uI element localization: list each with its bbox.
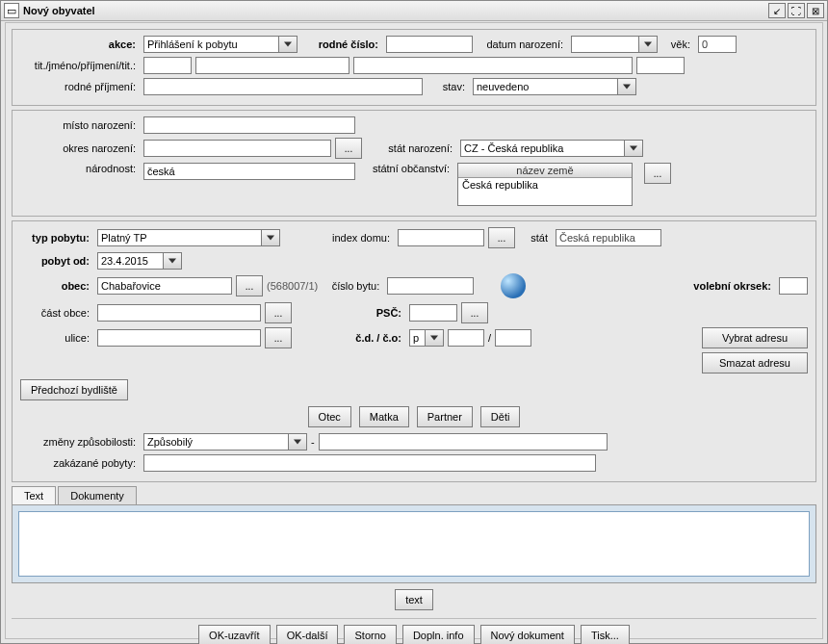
akce-combo[interactable] (143, 36, 298, 53)
po-input[interactable] (97, 252, 163, 270)
zz-input[interactable] (143, 433, 288, 451)
on-label: okres narození: (20, 142, 140, 154)
chevron-down-icon[interactable] (261, 229, 280, 246)
obec-lookup-button[interactable]: ... (236, 275, 263, 296)
rc-label: rodné číslo: (301, 39, 382, 50)
so-listbox[interactable]: název země Česká republika (457, 163, 633, 206)
ul-lookup-button[interactable]: ... (265, 327, 292, 348)
first-name-input[interactable] (195, 57, 349, 74)
cdco-type-combo[interactable] (409, 329, 444, 347)
minimize-button[interactable]: ↙ (768, 3, 786, 18)
matka-button[interactable]: Matka (359, 406, 409, 427)
text-area[interactable] (18, 511, 810, 577)
cb-input[interactable] (387, 277, 474, 295)
co-label: část obce: (20, 307, 93, 319)
zz-label: změny způsobilosti: (20, 436, 140, 448)
novy-dokument-button[interactable]: Nový dokument (480, 625, 575, 644)
id-lookup-button[interactable]: ... (488, 227, 515, 248)
po-label: pobyt od: (20, 255, 93, 267)
stav-combo[interactable] (473, 78, 636, 95)
co-input[interactable] (97, 304, 261, 322)
otec-button[interactable]: Otec (308, 406, 351, 427)
text-button[interactable]: text (395, 589, 433, 610)
vek-input (698, 36, 737, 53)
akce-input[interactable] (143, 36, 278, 53)
chevron-down-icon[interactable] (163, 252, 182, 270)
maximize-button[interactable]: ⛶ (788, 3, 805, 18)
so-list-header: název země (458, 164, 632, 178)
ok-close-button[interactable]: OK-uzavřít (198, 625, 271, 644)
nar-label: národnost: (20, 163, 140, 174)
psc-input[interactable] (409, 304, 457, 322)
mn-label: místo narození: (20, 119, 140, 131)
tp-input[interactable] (97, 229, 261, 246)
psc-label: PSČ: (296, 307, 405, 319)
cdco-v1-input[interactable] (448, 329, 484, 347)
chevron-down-icon[interactable] (288, 433, 307, 451)
tp-combo[interactable] (97, 229, 280, 246)
title-after-input[interactable] (636, 57, 685, 74)
ul-input[interactable] (97, 329, 261, 347)
on-input[interactable] (143, 140, 331, 157)
obec-input[interactable] (97, 277, 232, 295)
titlebar: ▭ Nový obyvatel ↙ ⛶ ⊠ (1, 1, 827, 21)
chevron-down-icon[interactable] (624, 140, 643, 157)
nar-input[interactable] (143, 163, 355, 180)
stat-input (556, 229, 661, 246)
so-lookup-button[interactable]: ... (644, 163, 671, 184)
close-button[interactable]: ⊠ (807, 3, 824, 18)
sn-label: stát narození: (366, 142, 456, 154)
sn-input[interactable] (460, 140, 624, 157)
akce-label: akce: (20, 39, 140, 50)
cb-label: číslo bytu: (322, 280, 383, 292)
stav-input[interactable] (473, 78, 617, 95)
co-lookup-button[interactable]: ... (265, 302, 292, 323)
obec-label: obec: (20, 280, 93, 292)
main-window: ▭ Nový obyvatel ↙ ⛶ ⊠ akce: rodné číslo:… (0, 0, 828, 644)
footer: OK-uzavřít OK-další Storno Dopln. info N… (12, 618, 816, 644)
mn-input[interactable] (143, 116, 355, 134)
id-label: index domu: (284, 232, 394, 244)
rp-input[interactable] (143, 78, 423, 95)
zz-combo[interactable] (143, 433, 307, 451)
ul-label: ulice: (20, 332, 93, 344)
smazat-adresu-button[interactable]: Smazat adresu (702, 352, 808, 374)
tab-dokumenty[interactable]: Dokumenty (58, 486, 137, 504)
dopln-info-button[interactable]: Dopln. info (402, 625, 475, 644)
vek-label: věk: (661, 39, 694, 50)
stav-label: stav: (427, 81, 469, 92)
chevron-down-icon[interactable] (278, 36, 298, 53)
dn-input[interactable] (571, 36, 638, 53)
globe-icon[interactable] (501, 273, 526, 298)
sn-combo[interactable] (460, 140, 643, 157)
po-combo[interactable] (97, 252, 182, 270)
rc-input[interactable] (386, 36, 473, 53)
psc-lookup-button[interactable]: ... (461, 302, 488, 323)
predchozi-bydliste-button[interactable]: Předchozí bydliště (20, 379, 128, 400)
vybrat-adresu-button[interactable]: Vybrat adresu (702, 327, 808, 348)
zz-desc-input (319, 433, 608, 451)
chevron-down-icon[interactable] (638, 36, 658, 53)
tab-text[interactable]: Text (12, 486, 56, 504)
section-birth: místo narození: okres narození: ... stát… (12, 110, 816, 217)
deti-button[interactable]: Děti (480, 406, 521, 427)
dn-combo[interactable] (571, 36, 658, 53)
partner-button[interactable]: Partner (417, 406, 473, 427)
name-label: tit./jméno/příjmení/tit.: (20, 60, 140, 71)
last-name-input[interactable] (353, 57, 633, 74)
chevron-down-icon[interactable] (617, 78, 636, 95)
id-input[interactable] (398, 229, 484, 246)
so-list-item[interactable]: Česká republika (458, 178, 632, 192)
cdco-v2-input[interactable] (495, 329, 531, 347)
storno-button[interactable]: Storno (344, 625, 396, 644)
vo-label: volební okrsek: (693, 280, 775, 292)
so-label: státní občanství: (359, 163, 453, 174)
ok-next-button[interactable]: OK-další (276, 625, 339, 644)
on-lookup-button[interactable]: ... (335, 138, 362, 159)
tisk-button[interactable]: Tisk... (581, 625, 630, 644)
slash: / (488, 332, 491, 344)
stat-label: stát (519, 232, 552, 244)
title-before-input[interactable] (143, 57, 192, 74)
cdco-type-input[interactable] (409, 329, 425, 347)
chevron-down-icon[interactable] (425, 329, 444, 347)
